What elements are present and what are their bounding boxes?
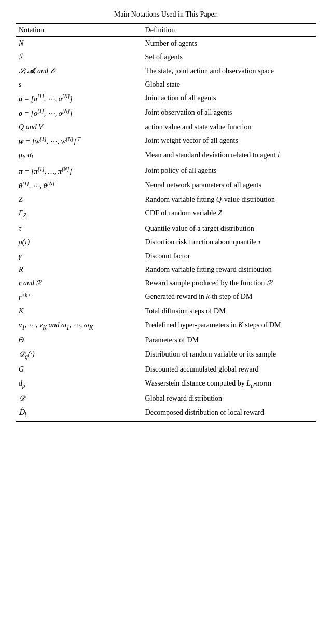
notation-cell: N <box>16 37 142 51</box>
notation-cell: 𝒟q(·) <box>16 348 142 363</box>
table-row: ℐSet of agents <box>16 50 316 64</box>
definition-cell: Quantile value of a target distribution <box>142 222 316 236</box>
table-row: θ[1], ⋯, θ[N]Neural network parameters o… <box>16 179 316 193</box>
definition-cell: Mean and standard deviation related to a… <box>142 148 316 164</box>
definition-cell: Reward sample produced by the function ℛ <box>142 277 316 290</box>
definition-cell: Distribution of random variable or its s… <box>142 348 316 363</box>
definition-cell: action value and state value function <box>142 120 316 134</box>
definition-cell: CDF of random variable Z <box>142 207 316 222</box>
table-header-row: Notation Definition <box>16 23 316 37</box>
notation-cell: 𝒟 <box>16 392 142 405</box>
notation-cell: o = [o[1], ⋯, o[N]] <box>16 106 142 120</box>
definition-cell: Wasserstein distance computed by Lp-norm <box>142 377 316 392</box>
notation-cell: G <box>16 363 142 376</box>
definition-cell: Total diffusion steps of DM <box>142 305 316 318</box>
table-row: o = [o[1], ⋯, o[N]]Joint observation of … <box>16 106 316 120</box>
table-row: D̂lDecomposed distribution of local rewa… <box>16 406 316 422</box>
notation-cell: Q and V <box>16 120 142 134</box>
definition-cell: Joint weight vector of all agents <box>142 134 316 148</box>
table-row: 𝒟q(·)Distribution of random variable or … <box>16 348 316 363</box>
notation-cell: 𝒮, 𝒜, and 𝒪 <box>16 64 142 78</box>
definition-cell: Discounted accumulated global reward <box>142 363 316 376</box>
definition-header: Definition <box>142 23 316 37</box>
notation-cell: r<k> <box>16 290 142 305</box>
table-row: NNumber of agents <box>16 37 316 51</box>
definition-cell: Global reward distribution <box>142 392 316 405</box>
table-row: ZRandom variable fitting Q-value distrib… <box>16 193 316 207</box>
notation-cell: R <box>16 263 142 277</box>
notation-cell: τ <box>16 222 142 236</box>
notation-cell: FZ <box>16 207 142 222</box>
table-row: a = [a[1], ⋯, a[N]]Joint action of all a… <box>16 91 316 106</box>
notation-table: Notation Definition NNumber of agentsℐSe… <box>16 23 316 422</box>
table-row: RRandom variable fitting reward distribu… <box>16 263 316 277</box>
table-row: dpWasserstein distance computed by Lp-no… <box>16 377 316 392</box>
table-row: r and ℛReward sample produced by the fun… <box>16 277 316 290</box>
table-row: μi, σiMean and standard deviation relate… <box>16 148 316 164</box>
definition-cell: Number of agents <box>142 37 316 51</box>
table-row: KTotal diffusion steps of DM <box>16 305 316 318</box>
definition-cell: Random variable fitting Q-value distribu… <box>142 193 316 207</box>
table-row: τQuantile value of a target distribution <box>16 222 316 236</box>
table-row: GDiscounted accumulated global reward <box>16 363 316 376</box>
table-row: w = [w[1], ⋯, w[N]]⊤Joint weight vector … <box>16 134 316 148</box>
notation-cell: π = [π[1], …, π[N]] <box>16 164 142 179</box>
definition-cell: Decomposed distribution of local reward <box>142 406 316 422</box>
definition-cell: Global state <box>142 78 316 91</box>
table-row: 𝒮, 𝒜, and 𝒪The state, joint action and o… <box>16 64 316 78</box>
notation-cell: Θ <box>16 334 142 347</box>
definition-cell: Discount factor <box>142 250 316 263</box>
definition-cell: Neural network parameters of all agents <box>142 179 316 193</box>
definition-cell: Random variable fitting reward distribut… <box>142 263 316 277</box>
notation-cell: s <box>16 78 142 91</box>
definition-cell: The state, joint action and observation … <box>142 64 316 78</box>
table-row: sGlobal state <box>16 78 316 91</box>
table-row: ρ(τ)Distortion risk function about quant… <box>16 236 316 249</box>
notation-cell: dp <box>16 377 142 392</box>
table-row: π = [π[1], …, π[N]]Joint policy of all a… <box>16 164 316 179</box>
definition-cell: Set of agents <box>142 50 316 64</box>
table-row: Q and Vaction value and state value func… <box>16 120 316 134</box>
notation-cell: K <box>16 305 142 318</box>
table-row: r<k>Generated reward in k-th step of DM <box>16 290 316 305</box>
notation-cell: ρ(τ) <box>16 236 142 249</box>
notation-cell: a = [a[1], ⋯, a[N]] <box>16 91 142 106</box>
notation-cell: w = [w[1], ⋯, w[N]]⊤ <box>16 134 142 148</box>
notation-cell: γ <box>16 250 142 263</box>
definition-cell: Joint action of all agents <box>142 91 316 106</box>
notation-cell: Z <box>16 193 142 207</box>
table-title: Main Notations Used in This Paper. <box>16 10 316 19</box>
notation-header: Notation <box>16 23 142 37</box>
definition-cell: Distortion risk function about quantile … <box>142 236 316 249</box>
notation-cell: v1, ⋯, vK and ω1, ⋯, ωK <box>16 319 142 334</box>
notation-cell: μi, σi <box>16 148 142 164</box>
definition-cell: Joint policy of all agents <box>142 164 316 179</box>
definition-cell: Parameters of DM <box>142 334 316 347</box>
definition-cell: Predefined hyper-parameters in K steps o… <box>142 319 316 334</box>
table-row: v1, ⋯, vK and ω1, ⋯, ωKPredefined hyper-… <box>16 319 316 334</box>
notation-cell: θ[1], ⋯, θ[N] <box>16 179 142 193</box>
table-row: ΘParameters of DM <box>16 334 316 347</box>
table-row: γDiscount factor <box>16 250 316 263</box>
definition-cell: Joint observation of all agents <box>142 106 316 120</box>
table-row: FZCDF of random variable Z <box>16 207 316 222</box>
definition-cell: Generated reward in k-th step of DM <box>142 290 316 305</box>
notation-cell: D̂l <box>16 406 142 422</box>
table-row: 𝒟Global reward distribution <box>16 392 316 405</box>
notation-cell: r and ℛ <box>16 277 142 290</box>
notation-cell: ℐ <box>16 50 142 64</box>
